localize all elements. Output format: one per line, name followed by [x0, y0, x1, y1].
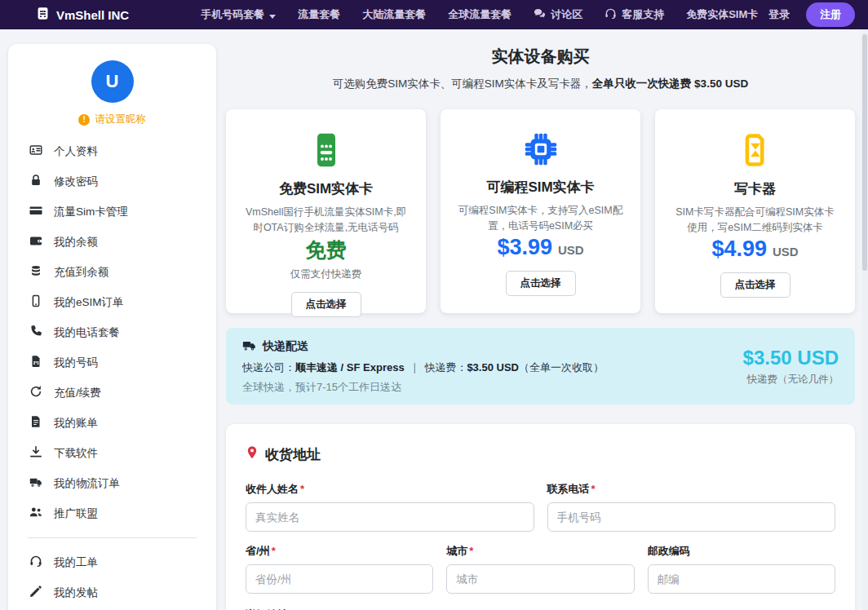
field-phone: 联系电话* [547, 482, 836, 532]
product-name: 可编程SIM实体卡 [486, 178, 594, 197]
required-asterisk: * [469, 545, 473, 557]
sidebar-item-sim-management[interactable]: 流量Sim卡管理 [8, 197, 216, 227]
shipping-price-caption: 快递费（无论几件） [743, 373, 839, 387]
contact-phone-input[interactable] [547, 502, 836, 532]
field-label: 省/州 [246, 545, 270, 557]
nav-item-phone-plans[interactable]: 手机号码套餐 [201, 7, 276, 22]
sidebar-item-balance[interactable]: 我的余额 [8, 227, 216, 257]
sidebar-divider [28, 537, 197, 538]
product-cards: 免费SIM实体卡 VmShell国行手机流量实体SIM卡,即时OTA订购全球流量… [226, 109, 855, 313]
credit-card-icon [29, 204, 42, 219]
sidebar-item-my-posts[interactable]: 我的发帖 [8, 577, 216, 608]
product-description: SIM卡写卡器配合可编程SIM实体卡使用，写eSIM二维码到实体卡 [668, 205, 842, 236]
required-asterisk: * [272, 545, 276, 557]
sidebar-item-affiliate[interactable]: 推广联盟 [8, 498, 216, 528]
headset-icon [604, 7, 617, 22]
id-card-icon [29, 144, 42, 159]
product-currency: USD [558, 243, 584, 257]
nav-right: 登录 注册 [768, 2, 855, 27]
main-content: 实体设备购买 可选购免费SIM实体卡、可编程SIM实体卡及写卡器，全单只收一次快… [226, 44, 855, 610]
chip-blue-icon [522, 130, 560, 168]
province-input[interactable] [246, 564, 433, 594]
avatar[interactable]: U [91, 60, 134, 103]
sidebar-item-change-password[interactable]: 修改密码 [8, 166, 216, 197]
nav-item-mainland-data-plans[interactable]: 大陆流量套餐 [362, 7, 426, 22]
shipping-price: $3.50 USD [743, 347, 839, 369]
scrollbar-thumb[interactable] [862, 34, 867, 271]
chat-icon [534, 7, 546, 22]
brand[interactable]: VmShell INC [36, 7, 129, 23]
sidebar-item-shipping-orders[interactable]: 我的物流订单 [8, 468, 216, 498]
shipping-info: 快递配送 快递公司：顺丰速递 / SF Express｜快递费：$3.50 US… [242, 338, 743, 395]
nav-item-forum[interactable]: 讨论区 [534, 7, 582, 22]
shipping-price-block: $3.50 USD 快递费（无论几件） [743, 347, 839, 387]
field-city: 城市* [446, 544, 634, 594]
address-form-card: 收货地址 收件人姓名* 联系电话* 省/州* 城市* [226, 424, 855, 610]
sim-card-logo-icon [36, 7, 50, 23]
top-navbar: VmShell INC 手机号码套餐 流量套餐 大陆流量套餐 全球流量套餐 讨论… [0, 0, 868, 29]
product-price: $3.99 [497, 235, 552, 260]
sidebar: U ! 请设置昵称 个人资料 修改密码 流量Sim卡管理 我的余额 [8, 44, 216, 610]
field-postal: 邮政编码 [648, 544, 835, 594]
users-icon [29, 506, 42, 521]
sidebar-item-my-numbers[interactable]: 我的号码 [8, 347, 216, 378]
sidebar-item-my-tickets[interactable]: 我的工单 [8, 547, 216, 577]
nav-item-global-data-plans[interactable]: 全球流量套餐 [448, 7, 512, 22]
shipping-detail-line: 快递公司：顺丰速递 / SF Express｜快递费：$3.50 USD（全单一… [242, 360, 743, 375]
product-card-free-sim[interactable]: 免费SIM实体卡 VmShell国行手机流量实体SIM卡,即时OTA订购全球流量… [226, 109, 426, 313]
sidebar-item-my-bills[interactable]: 我的账单 [8, 408, 216, 438]
product-name: 免费SIM实体卡 [279, 179, 373, 198]
product-card-programmable-sim[interactable]: 可编程SIM实体卡 可编程SIM实体卡，支持写入eSIM配置，电话号码eSIM必… [441, 109, 640, 313]
truck-icon [242, 338, 256, 355]
select-button[interactable]: 点击选择 [291, 292, 361, 317]
delivery-time: 全球快递，预计7-15个工作日送达 [242, 380, 743, 395]
sidebar-item-topup-balance[interactable]: 充值到余额 [8, 257, 216, 287]
city-input[interactable] [446, 564, 634, 594]
warning-icon: ! [78, 114, 90, 126]
invoice-icon [29, 415, 42, 431]
nickname-warning[interactable]: ! 请设置昵称 [8, 113, 216, 126]
shipping-title: 快递配送 [263, 339, 308, 354]
select-button[interactable]: 点击选择 [506, 271, 576, 296]
nav-links: 手机号码套餐 流量套餐 大陆流量套餐 全球流量套餐 讨论区 客服支持 免费实体S… [201, 7, 758, 22]
sidebar-item-esim-orders[interactable]: 我的eSIM订单 [8, 287, 216, 317]
field-province: 省/州* [246, 544, 433, 594]
sidebar-item-profile[interactable]: 个人资料 [8, 136, 216, 166]
required-asterisk: * [300, 483, 304, 495]
sim-card-green-icon [308, 130, 344, 170]
nav-item-support[interactable]: 客服支持 [604, 7, 664, 22]
sidebar-item-phone-plans[interactable]: 我的电话套餐 [8, 317, 216, 347]
chevron-down-icon [269, 9, 276, 21]
shipping-banner: 快递配送 快递公司：顺丰速递 / SF Express｜快递费：$3.50 US… [226, 328, 855, 404]
product-card-card-writer[interactable]: 写卡器 SIM卡写卡器配合可编程SIM实体卡使用，写eSIM二维码到实体卡 $4… [655, 109, 855, 313]
login-link[interactable]: 登录 [768, 7, 790, 22]
sidebar-menu: 个人资料 修改密码 流量Sim卡管理 我的余额 充值到余额 我的eSIM订单 [8, 136, 216, 610]
sidebar-item-download-software[interactable]: 下载软件 [8, 438, 216, 468]
field-recipient: 收件人姓名* [246, 482, 534, 532]
card-writer-yellow-icon [737, 130, 773, 170]
coins-icon [29, 264, 42, 280]
brand-name: VmShell INC [56, 8, 129, 22]
register-button[interactable]: 注册 [806, 2, 855, 27]
field-label: 收件人姓名 [246, 483, 299, 495]
form-title: 收货地址 [265, 445, 321, 464]
lock-icon [29, 174, 42, 189]
headset-icon [29, 555, 42, 570]
field-label: 邮政编码 [648, 545, 690, 557]
location-pin-icon [246, 445, 259, 464]
product-price: 免费 [306, 236, 347, 263]
field-label: 城市 [446, 545, 467, 557]
shipping-fee: $3.50 USD [467, 361, 519, 374]
postal-code-input[interactable] [648, 564, 835, 594]
wallet-icon [29, 234, 42, 250]
product-description: VmShell国行手机流量实体SIM卡,即时OTA订购全球流量,无电话号码 [239, 205, 413, 236]
sidebar-item-recharge-renew[interactable]: 充值/续费 [8, 378, 216, 408]
nav-item-free-sim[interactable]: 免费实体SIM卡 [686, 7, 758, 22]
phone-icon [29, 325, 42, 340]
sim-icon [29, 355, 42, 370]
scrollbar-track[interactable] [861, 29, 868, 610]
nav-item-data-plans[interactable]: 流量套餐 [298, 7, 340, 22]
select-button[interactable]: 点击选择 [720, 272, 790, 298]
recipient-name-input[interactable] [246, 502, 534, 532]
product-description: 可编程SIM实体卡，支持写入eSIM配置，电话号码eSIM必买 [454, 203, 627, 235]
